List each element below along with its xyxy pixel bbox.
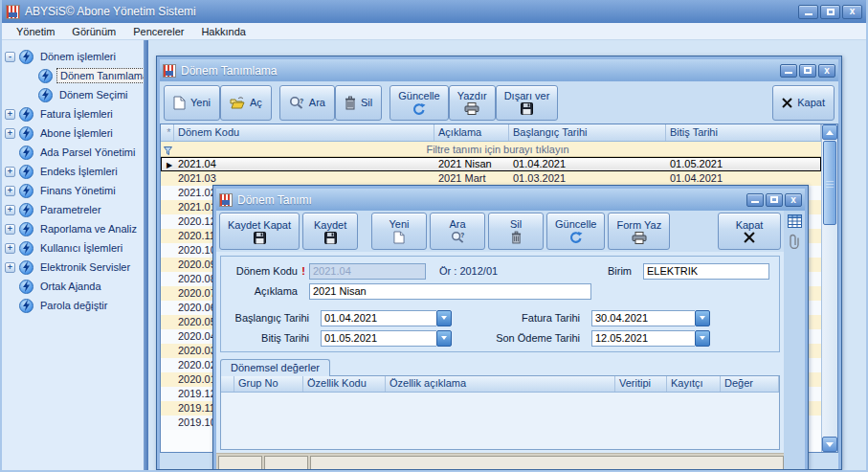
- menu-item[interactable]: Pencereler: [124, 25, 192, 38]
- grid-filter-row[interactable]: Filtre tanımı için burayı tıklayın: [161, 142, 821, 157]
- column-header[interactable]: Açıklama: [434, 124, 509, 141]
- sidebar-item[interactable]: + Raporlama ve Analiz: [2, 219, 144, 238]
- column-header[interactable]: Özellik Kodu: [303, 376, 386, 392]
- save-close-button[interactable]: Kaydet Kapat: [219, 213, 300, 250]
- sidebar-item[interactable]: - Dönem işlemleri: [2, 47, 144, 66]
- sidebar-item-label: Parametreler: [37, 203, 104, 216]
- bitis-dropdown-icon[interactable]: [436, 330, 452, 347]
- column-header[interactable]: Kayıtçı: [667, 376, 721, 392]
- sidebar-item[interactable]: Dönem Tanımlama: [21, 66, 144, 85]
- sidebar-item[interactable]: + Elektronik Servisler: [2, 258, 144, 277]
- expand-toggle-icon[interactable]: +: [5, 262, 15, 273]
- sidebar-item-label: Fatura İşlemleri: [37, 107, 116, 121]
- window-close-button[interactable]: x: [818, 64, 835, 78]
- donem-kodu-field[interactable]: [309, 263, 426, 280]
- refresh-button[interactable]: Güncelle: [546, 213, 605, 250]
- dialog-maximize-button[interactable]: [766, 193, 783, 207]
- search-button[interactable]: Ara ?: [430, 213, 485, 250]
- column-header[interactable]: Başlangıç Tarihi: [509, 124, 666, 141]
- expand-toggle-icon[interactable]: +: [5, 186, 15, 196]
- save-button[interactable]: Kaydet: [302, 213, 358, 250]
- grid-corner-icon[interactable]: *: [161, 124, 174, 141]
- scrollbar-thumb[interactable]: ———: [823, 141, 836, 225]
- delete-button[interactable]: Sil: [335, 85, 382, 121]
- sidebar-item[interactable]: Ortak Ajanda: [2, 277, 144, 296]
- baslangic-date-field[interactable]: [321, 310, 436, 326]
- menu-item[interactable]: Görünüm: [63, 25, 124, 38]
- menu-item[interactable]: Hakkında: [192, 25, 254, 38]
- bottom-button[interactable]: [264, 456, 308, 470]
- dialog-close-button[interactable]: x: [785, 193, 802, 207]
- expand-toggle-icon[interactable]: +: [5, 243, 15, 254]
- sidebar-item[interactable]: + Parametreler: [2, 200, 144, 219]
- export-button[interactable]: Dışarı ver: [496, 85, 559, 121]
- table-row[interactable]: ▶ 2021.04 2021 Nisan 01.04.2021 01.05.20…: [161, 157, 821, 171]
- window-maximize-button[interactable]: [799, 64, 816, 78]
- vertical-scrollbar[interactable]: ———: [821, 124, 837, 452]
- donem-kodu-label: Dönem Kodu: [221, 265, 298, 277]
- close-button[interactable]: x: [842, 5, 862, 19]
- table-view-icon[interactable]: [788, 214, 802, 228]
- expand-toggle-icon[interactable]: +: [5, 224, 15, 235]
- menu-item[interactable]: Yönetim: [8, 25, 63, 38]
- sidebar-item[interactable]: + Fatura İşlemleri: [2, 104, 144, 124]
- bitis-label: Bitiş Tarihi: [221, 332, 309, 344]
- scroll-up-button[interactable]: [822, 124, 837, 140]
- close-window-button[interactable]: Kapat: [772, 85, 835, 121]
- sidebar-item[interactable]: + Abone İşlemleri: [2, 124, 144, 143]
- sidebar-item[interactable]: Dönem Seçimi: [21, 85, 144, 104]
- floppy-disk-icon: [521, 102, 533, 115]
- new-button[interactable]: Yeni: [164, 85, 220, 121]
- tab-donemsel-degerler[interactable]: Dönemsel değerler: [220, 359, 330, 376]
- aciklama-field[interactable]: [309, 283, 591, 300]
- search-button[interactable]: ? Ara: [279, 85, 335, 121]
- close-dialog-button[interactable]: Kapat: [718, 213, 781, 250]
- fatura-date-field[interactable]: [591, 310, 695, 326]
- expand-toggle-icon[interactable]: +: [5, 128, 15, 139]
- bottom-button[interactable]: [218, 456, 262, 470]
- column-header[interactable]: Bitiş Tarihi: [666, 124, 821, 141]
- sidebar-item[interactable]: + Endeks İşlemleri: [2, 162, 144, 181]
- print-form-button[interactable]: Form Yaz: [608, 213, 670, 250]
- sidebar-item-label: Ortak Ajanda: [37, 280, 104, 293]
- dialog-title: Dönem Tanımı: [237, 193, 746, 207]
- window-title-bar[interactable]: Dönem Tanımlama x: [160, 59, 838, 81]
- birim-field[interactable]: [643, 263, 769, 280]
- column-header[interactable]: Grup No: [234, 376, 303, 392]
- son-odeme-date-field[interactable]: [591, 330, 695, 347]
- fatura-dropdown-icon[interactable]: [695, 310, 710, 326]
- paperclip-icon[interactable]: [790, 234, 799, 249]
- sidebar-splitter[interactable]: [144, 40, 148, 470]
- bitis-date-field[interactable]: [321, 330, 436, 347]
- column-header[interactable]: Dönem Kodu: [174, 124, 434, 141]
- column-header[interactable]: Değer: [721, 376, 779, 392]
- delete-button[interactable]: Sil: [488, 213, 544, 250]
- column-header[interactable]: Veritipi: [615, 376, 667, 392]
- expand-toggle-icon[interactable]: +: [5, 167, 15, 177]
- scroll-down-button[interactable]: [822, 437, 837, 452]
- selected-row-arrow-icon: ▶: [167, 161, 172, 169]
- dialog-title-bar[interactable]: Dönem Tanımı x: [216, 189, 805, 211]
- sidebar-item[interactable]: Parola değiştir: [2, 296, 144, 315]
- dialog-tabs: Dönemsel değerler: [220, 358, 780, 375]
- table-row[interactable]: ▶ 2021.03 2021 Mart 01.03.2021 01.04.202…: [161, 171, 821, 186]
- refresh-button[interactable]: Güncelle: [389, 85, 448, 121]
- expand-toggle-icon[interactable]: +: [5, 205, 15, 215]
- sidebar-item[interactable]: + Kullanıcı İşlemleri: [2, 238, 144, 258]
- dialog-minimize-button[interactable]: [746, 193, 764, 207]
- open-button[interactable]: Aç: [220, 85, 272, 121]
- sidebar-item[interactable]: + Finans Yönetimi: [2, 181, 144, 200]
- maximize-button[interactable]: [820, 5, 840, 19]
- expand-toggle-icon[interactable]: -: [5, 52, 15, 62]
- new-button[interactable]: Yeni: [371, 213, 427, 250]
- column-header[interactable]: Özellik açıklama: [386, 376, 615, 392]
- minimize-button[interactable]: [798, 5, 818, 19]
- expand-toggle-icon[interactable]: +: [5, 109, 15, 120]
- magnifier-icon: ?: [451, 231, 465, 244]
- son-odeme-dropdown-icon[interactable]: [695, 330, 710, 347]
- dialog-bottom-bar: [216, 453, 784, 470]
- window-minimize-button[interactable]: [780, 64, 797, 78]
- sidebar-item[interactable]: Ada Parsel Yönetimi: [2, 143, 144, 162]
- baslangic-dropdown-icon[interactable]: [436, 310, 452, 326]
- print-button[interactable]: Yazdır: [449, 85, 496, 121]
